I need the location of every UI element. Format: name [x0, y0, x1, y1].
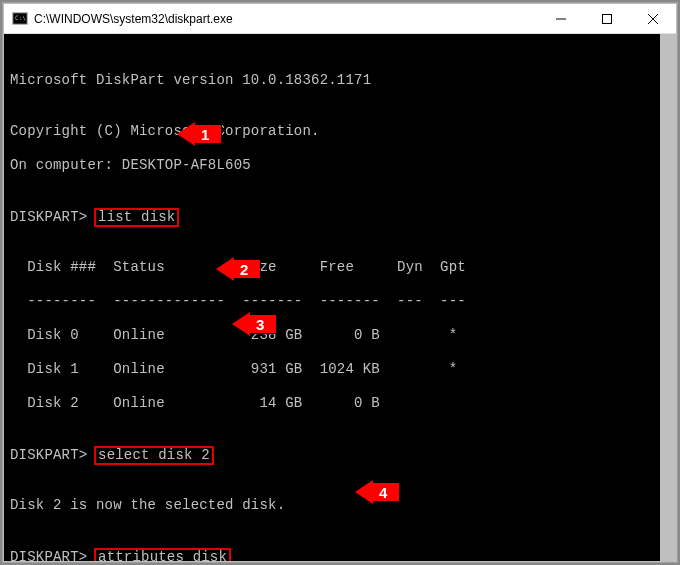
app-icon: C:\ — [12, 11, 28, 27]
table-row: Disk 0 Online 238 GB 0 B * — [10, 327, 654, 344]
titlebar[interactable]: C:\ C:\WINDOWS\system32\diskpart.exe — [4, 4, 676, 34]
cmd-select-disk: select disk 2 — [94, 446, 214, 465]
maximize-button[interactable] — [584, 4, 630, 33]
prompt-line-3: DISKPART> attributes disk — [10, 548, 654, 561]
table-header: Disk ### Status Size Free Dyn Gpt — [10, 259, 654, 276]
svg-rect-4 — [603, 14, 612, 23]
version-line: Microsoft DiskPart version 10.0.18362.11… — [10, 72, 654, 89]
svg-text:C:\: C:\ — [15, 14, 26, 21]
copyright-line: Copyright (C) Microsoft Corporation. — [10, 123, 654, 140]
terminal-output[interactable]: Microsoft DiskPart version 10.0.18362.11… — [4, 34, 676, 561]
prompt-line-2: DISKPART> select disk 2 — [10, 446, 654, 463]
prompt: DISKPART> — [10, 549, 87, 561]
table-row: Disk 2 Online 14 GB 0 B — [10, 395, 654, 412]
table-divider: -------- ------------- ------- ------- -… — [10, 293, 654, 310]
diskpart-window: C:\ C:\WINDOWS\system32\diskpart.exe Mic… — [3, 3, 677, 562]
window-title: C:\WINDOWS\system32\diskpart.exe — [34, 12, 233, 26]
close-button[interactable] — [630, 4, 676, 33]
prompt-line-1: DISKPART> list disk — [10, 208, 654, 225]
selected-line: Disk 2 is now the selected disk. — [10, 497, 654, 514]
cmd-attributes-disk: attributes disk — [94, 548, 231, 561]
cmd-list-disk: list disk — [94, 208, 179, 227]
table-row: Disk 1 Online 931 GB 1024 KB * — [10, 361, 654, 378]
prompt: DISKPART> — [10, 209, 87, 225]
prompt: DISKPART> — [10, 447, 87, 463]
minimize-button[interactable] — [538, 4, 584, 33]
computer-line: On computer: DESKTOP-AF8L605 — [10, 157, 654, 174]
